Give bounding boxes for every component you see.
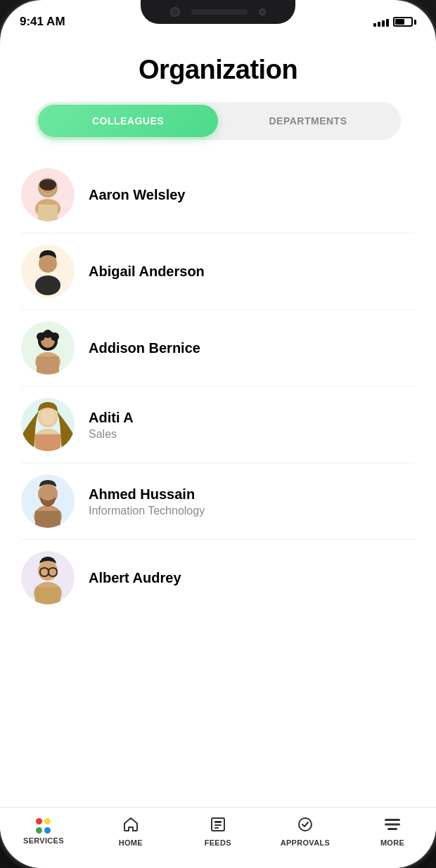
colleague-info: Ahmed HussainInformation Technology <box>89 485 415 517</box>
svg-point-7 <box>35 276 60 295</box>
tab-departments[interactable]: DEPARTMENTS <box>218 105 398 137</box>
status-icons <box>373 17 416 27</box>
svg-rect-37 <box>387 828 397 830</box>
signal-icon <box>373 17 389 27</box>
more-icon <box>383 816 402 836</box>
colleague-name: Aaron Welsley <box>89 186 415 204</box>
colleague-name: Albert Audrey <box>89 569 415 587</box>
colleague-info: Aditi ASales <box>89 408 415 441</box>
battery-icon <box>393 17 416 27</box>
colleague-info: Albert Audrey <box>89 569 415 587</box>
avatar <box>21 245 75 298</box>
svg-point-18 <box>40 409 56 425</box>
nav-services[interactable]: SERVICES <box>19 818 68 845</box>
colleague-info: Aaron Welsley <box>89 186 415 204</box>
phone-screen: 9:41 AM Organization <box>0 0 436 868</box>
svg-rect-36 <box>385 824 400 826</box>
nav-more[interactable]: MORE <box>368 816 417 847</box>
camera-sensor <box>170 7 180 17</box>
svg-rect-32 <box>214 824 222 826</box>
colleague-list: Aaron Welsley Abigail Anderson Addison B… <box>0 157 436 807</box>
colleague-name: Ahmed Hussain <box>89 485 415 503</box>
list-item[interactable]: Abigail Anderson <box>21 233 415 310</box>
notch <box>141 0 295 24</box>
home-icon <box>122 816 139 836</box>
services-icon <box>36 818 51 834</box>
list-item[interactable]: Aditi ASales <box>21 387 415 463</box>
svg-point-5 <box>39 179 56 190</box>
svg-point-34 <box>299 818 312 831</box>
svg-rect-11 <box>37 356 59 375</box>
nav-services-label: SERVICES <box>23 836 64 845</box>
nav-home[interactable]: HOME <box>106 816 155 847</box>
avatar <box>21 551 75 604</box>
main-content: Organization COLLEAGUES DEPARTMENTS Aaro… <box>0 34 436 868</box>
colleague-name: Aditi A <box>89 408 415 427</box>
feeds-icon <box>210 816 226 836</box>
nav-feeds[interactable]: FEEDS <box>193 816 243 847</box>
list-item[interactable]: Ahmed HussainInformation Technology <box>21 463 415 540</box>
colleague-name: Abigail Anderson <box>89 262 415 280</box>
speaker <box>191 9 248 15</box>
service-dot <box>36 818 42 824</box>
list-item[interactable]: Addison Bernice <box>21 310 415 387</box>
page-title: Organization <box>0 55 436 85</box>
colleague-info: Abigail Anderson <box>89 262 415 280</box>
avatar <box>21 168 75 221</box>
avatar <box>21 474 75 528</box>
service-dot <box>36 827 42 834</box>
list-item[interactable]: Aaron Welsley <box>21 157 415 233</box>
avatar <box>21 321 75 375</box>
face-id-sensor <box>259 8 266 15</box>
svg-rect-31 <box>214 821 222 823</box>
tab-colleagues[interactable]: COLLEAGUES <box>38 105 218 137</box>
colleague-info: Addison Bernice <box>89 339 415 357</box>
svg-rect-20 <box>35 434 60 451</box>
svg-rect-33 <box>214 827 219 829</box>
approvals-icon <box>297 816 314 836</box>
nav-more-label: MORE <box>380 838 404 847</box>
tab-toggle: COLLEAGUES DEPARTMENTS <box>35 102 401 140</box>
list-item[interactable]: Albert Audrey <box>21 540 415 616</box>
svg-rect-24 <box>35 511 60 528</box>
bottom-nav: SERVICES HOME <box>0 807 436 868</box>
nav-feeds-label: FEEDS <box>205 838 231 847</box>
svg-rect-35 <box>385 819 400 821</box>
svg-rect-3 <box>38 205 58 221</box>
phone-frame: 9:41 AM Organization <box>0 0 436 868</box>
colleague-department: Information Technology <box>89 505 415 517</box>
service-dot <box>44 827 51 834</box>
nav-approvals-label: APPROVALS <box>281 838 330 847</box>
svg-point-8 <box>41 256 55 270</box>
nav-approvals[interactable]: APPROVALS <box>281 816 330 847</box>
colleague-department: Sales <box>89 428 415 441</box>
colleague-name: Addison Bernice <box>89 339 415 357</box>
service-dot <box>44 818 51 824</box>
avatar <box>21 398 75 451</box>
status-time: 9:41 AM <box>20 15 65 29</box>
nav-home-label: HOME <box>119 838 143 847</box>
svg-rect-28 <box>35 588 60 604</box>
svg-point-16 <box>44 330 52 338</box>
